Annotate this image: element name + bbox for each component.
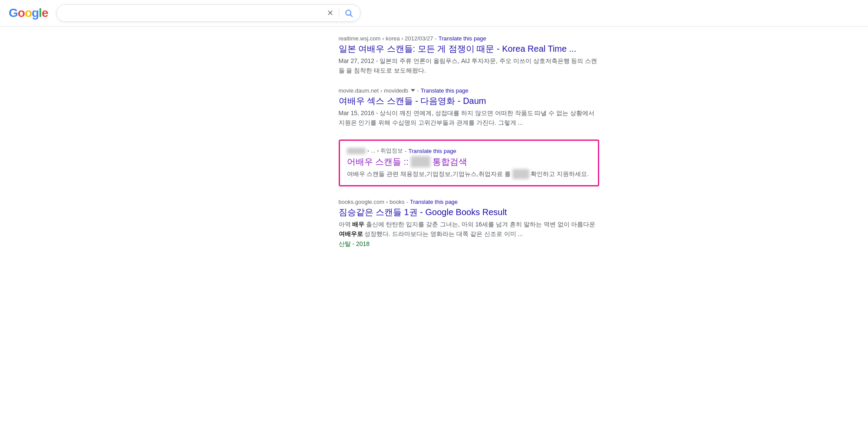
result-snippet: Mar 27, 2012 - 일본의 주류 언론이 올림푸스, AIJ 투자자문… [339, 56, 599, 75]
translate-link[interactable]: Translate this page [439, 35, 486, 42]
url-separator: - [435, 35, 436, 42]
search-bar: 여배우 스캔들 ✕ [56, 4, 360, 22]
translate-link[interactable]: Translate this page [409, 148, 456, 154]
search-icon[interactable] [344, 9, 353, 17]
search-input[interactable]: 여배우 스캔들 [64, 9, 323, 17]
result-title[interactable]: 일본 여배우 스캔들: 모든 게 점쟁이 때문 - Korea Real Tim… [339, 43, 599, 54]
url-path: › ... › 취업정보 [367, 147, 403, 155]
result-snippet: Mar 15, 2016 - 상식이 깨진 연예계, 성접대를 하지 않으면 어… [339, 108, 599, 127]
result-item: movie.daum.net › movidedb - Translate th… [339, 87, 599, 127]
logo-o1: o [18, 6, 25, 20]
result-item: realtime.wsj.com › korea › 2012/03/27 - … [339, 35, 599, 75]
book-subtitle: 산탈 - 2018 [339, 240, 599, 248]
url-domain-blurred [347, 148, 366, 154]
bold-text2: 여배우로 [339, 230, 363, 237]
logo-o2: o [25, 6, 32, 20]
result-title[interactable]: 짐승같은 스캔들 1권 - Google Books Result [339, 206, 599, 218]
result-snippet: 여배우 스캔들 관련 채용정보,기업정보,기업뉴스,취업자료 를 확인하고 지원… [347, 169, 591, 179]
url-path: › korea › 2012/03/27 [382, 35, 433, 42]
clear-icon[interactable]: ✕ [327, 8, 333, 18]
url-domain: books.google.com [339, 199, 385, 205]
translate-link[interactable]: Translate this page [421, 87, 469, 94]
svg-line-1 [350, 15, 353, 17]
translate-link[interactable]: Translate this page [410, 199, 458, 205]
result-url: realtime.wsj.com › korea › 2012/03/27 - … [339, 35, 599, 42]
bold-text: 배우 [352, 221, 364, 228]
url-domain: realtime.wsj.com [339, 35, 381, 42]
search-results: realtime.wsj.com › korea › 2012/03/27 - … [269, 27, 599, 269]
logo-e: e [42, 6, 48, 20]
title-blurred [411, 156, 430, 167]
google-logo: Google [9, 6, 48, 20]
snippet-end: 확인하고 지원하세요. [529, 170, 589, 177]
result-url: books.google.com › books - Translate thi… [339, 199, 599, 205]
result-item-highlighted: › ... › 취업정보 - Translate this page 어배우 스… [339, 139, 599, 186]
result-title[interactable]: 여배우 섹스 스캔들 - 다음영화 - Daum [339, 95, 599, 106]
snippet-blurred [512, 169, 529, 179]
search-divider [339, 9, 339, 17]
header: Google 여배우 스캔들 ✕ [0, 0, 868, 27]
snippet-start: 여배우 스캔들 관련 채용정보,기업정보,기업뉴스,취업자료 를 [347, 170, 512, 177]
url-separator: - [417, 87, 419, 94]
result-title[interactable]: 어배우 스캔들 :: 통합검색 [347, 156, 591, 167]
logo-g: G [9, 6, 18, 20]
logo-g2: g [32, 6, 39, 20]
result-url: movie.daum.net › movidedb - Translate th… [339, 87, 599, 94]
url-path: › movidedb [380, 87, 408, 94]
result-item: books.google.com › books - Translate thi… [339, 199, 599, 248]
title-start: 어배우 스캔들 :: [347, 157, 411, 166]
url-separator: - [406, 199, 408, 205]
url-path: › books [386, 199, 405, 205]
result-url: › ... › 취업정보 - Translate this page [347, 147, 591, 155]
dropdown-icon[interactable] [411, 89, 415, 92]
url-domain: movie.daum.net [339, 87, 379, 94]
title-end: 통합검색 [430, 157, 468, 166]
url-separator: - [405, 148, 406, 154]
logo-l: l [39, 6, 42, 20]
result-snippet: 아역 배우 출신에 탄탄한 입지를 갖춘 그녀는, 마의 16세를 넘겨 흔히 … [339, 219, 599, 239]
